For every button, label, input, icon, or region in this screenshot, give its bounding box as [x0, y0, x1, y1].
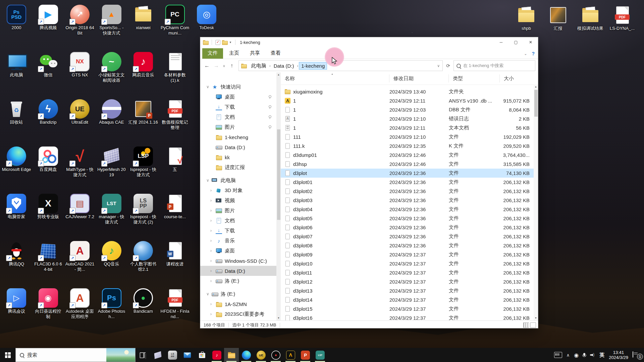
desktop-icon-课程改进[interactable]: W课程改进	[160, 241, 190, 267]
nav-item-kk[interactable]: kk	[200, 152, 281, 162]
up-button[interactable]: ↑	[228, 63, 236, 69]
file-row-d3plot13[interactable]: d3plot132024/3/29 12:37文件206,132 KB	[281, 286, 534, 295]
desktop-icon-MathType - 快捷方式[interactable]: √↗MathType - 快捷方式	[65, 146, 95, 178]
nav-section-此电脑[interactable]: ∨此电脑	[200, 175, 281, 185]
desktop-icon-SportsSo... - 快捷方式[interactable]: ▲↗SportsSo... - 快捷方式	[97, 5, 126, 36]
file-row-d3plot12[interactable]: d3plot122024/3/29 12:37文件206,132 KB	[281, 277, 534, 286]
file-row-d3plot09[interactable]: d3plot092024/3/29 12:37文件206,132 KB	[281, 250, 534, 259]
file-row-d3hsp[interactable]: d3hsp2024/3/29 12:46文件315,585 KB	[281, 160, 534, 169]
file-row-d3plot07[interactable]: d3plot072024/3/29 12:36文件206,132 KB	[281, 232, 534, 241]
desktop-icon-GTS NX[interactable]: NX↗GTS NX	[65, 52, 95, 78]
file-row-d3plot10[interactable]: d3plot102024/3/29 12:37文件206,132 KB	[281, 259, 534, 268]
hidden-icons-chevron[interactable]: ∧	[567, 353, 570, 358]
expander-icon[interactable]: ›	[210, 238, 216, 243]
help-icon[interactable]: ?	[532, 51, 535, 56]
back-button[interactable]: ←	[203, 63, 211, 69]
desktop-icon-向日葵远程控制[interactable]: ◉↗向日葵远程控制	[34, 288, 63, 319]
breadcrumb-separator-icon[interactable]: ›	[297, 64, 299, 68]
desktop-icon-PyCharm Communi...[interactable]: PC↗PyCharm Communi...	[160, 5, 190, 36]
desktop-icon-Bandicam[interactable]: ●↗Bandicam	[128, 288, 158, 314]
chevron-down-icon[interactable]: ∨	[206, 178, 212, 183]
file-row-d3plot16[interactable]: d3plot162024/3/29 12:37文件206,132 KB	[281, 313, 534, 320]
breadcrumb-separator-icon[interactable]: ›	[269, 64, 271, 68]
desktop-icon-Adobe Photosh...[interactable]: Ps↗Adobe Photosh...	[97, 288, 126, 319]
file-row-d3plot[interactable]: d3plot2024/3/29 12:36文件74,130 KB	[281, 169, 534, 178]
taskbar-icon-bandicam[interactable]: ●	[268, 348, 283, 362]
column-header-大小[interactable]: 大小	[500, 74, 538, 82]
start-button[interactable]	[0, 348, 15, 362]
taskbar-icon-file-explorer[interactable]	[224, 348, 239, 362]
desktop-icon-ToDesk[interactable]: ◎ToDesk	[192, 5, 221, 31]
file-row-d3plot15[interactable]: d3plot152024/3/29 12:37文件206,132 KB	[281, 304, 534, 313]
taskbar-icon-ls-prepost[interactable]: LS PP	[165, 348, 180, 362]
file-row-1[interactable]: Λ12024/3/29 12:11ANSYS v190 .db ...915,0…	[281, 96, 534, 105]
taskbar-search-box[interactable]: 搜索	[15, 348, 136, 362]
desktop-icon-电脑管家[interactable]: ↗电脑管家	[2, 194, 31, 220]
expander-icon[interactable]: ›	[210, 268, 216, 273]
nav-section-快速访问[interactable]: ∨★快速访问	[200, 82, 281, 92]
thumbnail-view-icon[interactable]	[530, 322, 536, 328]
microphone-icon[interactable]	[583, 353, 586, 357]
desktop-icon-Isprepost - 快捷方式 (2)[interactable]: LS PP↗Isprepost - 快捷方式 (2)	[128, 194, 158, 225]
file-row-d3dump01[interactable]: d3dump012024/3/29 12:46文件3,764,430...	[281, 150, 534, 160]
touch-keyboard-icon[interactable]	[554, 352, 562, 358]
desktop-icon-Isprepost - 快捷方式[interactable]: LSP↗Isprepost - 快捷方式	[128, 146, 158, 178]
taskbar-icon-task-view[interactable]	[136, 348, 150, 362]
file-row-d3plot05[interactable]: d3plot052024/3/29 12:36文件206,132 KB	[281, 214, 534, 223]
nav-item-Windows-SSD (C:)[interactable]: ›Windows-SSD (C:)	[200, 256, 281, 266]
desktop-icon-腾讯会议[interactable]: ▷↗腾讯会议	[2, 288, 31, 314]
desktop-icon-Abaqus CAE[interactable]: ↗Abaqus CAE	[97, 99, 126, 125]
taskbar-icon-powerpoint[interactable]: P	[298, 348, 313, 362]
file-row-111[interactable]: 1112024/3/29 12:10文件192,029 KB	[281, 132, 534, 141]
file-row-1[interactable]: 12024/3/29 12:10错误日志2 KB	[281, 114, 534, 123]
minimize-button[interactable]: ─	[494, 37, 508, 47]
taskbar-icon-microsoft-store[interactable]	[195, 348, 209, 362]
file-row-d3plot08[interactable]: d3plot082024/3/29 12:36文件206,132 KB	[281, 241, 534, 250]
nav-item-图片[interactable]: ›图片	[200, 205, 281, 216]
desktop-icon-HyperMesh 2019[interactable]: ↗HyperMesh 2019	[97, 146, 126, 178]
desktop-icon-xianwei[interactable]: xianwei	[128, 5, 158, 31]
nav-item-桌面[interactable]: ›桌面	[200, 246, 281, 256]
file-list-scrollbar[interactable]: ▲ ▼	[534, 84, 538, 320]
taskbar-clock[interactable]: 13:41 2024/3/29	[609, 350, 628, 360]
scroll-up-icon[interactable]: ▲	[276, 72, 281, 77]
checkbox-icon[interactable]: ✓	[215, 40, 220, 45]
close-button[interactable]: ✕	[523, 37, 538, 47]
desktop-icon-2000[interactable]: Ps PSD2000	[2, 5, 31, 31]
expander-icon[interactable]: ›	[210, 208, 216, 213]
forward-button[interactable]: →	[212, 63, 220, 69]
taskbar-icon-ultraedit[interactable]: UE	[254, 348, 268, 362]
expander-icon[interactable]: ›	[210, 198, 216, 203]
desktop-icon-百度网盘[interactable]: ↗百度网盘	[34, 146, 63, 172]
desktop-icon-此电脑[interactable]: 此电脑	[2, 52, 31, 78]
file-row-d3plot02[interactable]: d3plot022024/3/29 12:36文件206,132 KB	[281, 187, 534, 196]
file-row-d3plot03[interactable]: d3plot032024/3/29 12:36文件206,132 KB	[281, 196, 534, 205]
desktop-icon-Origin 2018 64Bit[interactable]: ↗↗Origin 2018 64Bit	[65, 5, 95, 36]
explorer-search-box[interactable]: 在 1-kecheng 中搜索	[453, 60, 535, 71]
desktop-icon-剪映专业版[interactable]: X↗剪映专业版	[34, 194, 63, 220]
tab-主页[interactable]: 主页	[224, 48, 245, 59]
file-row-d3plot06[interactable]: d3plot062024/3/29 12:36文件206,132 KB	[281, 223, 534, 232]
nav-item-音乐[interactable]: ›♪音乐	[200, 236, 281, 246]
file-row-1[interactable]: 12024/3/29 12:11文本文档56 KB	[281, 123, 534, 132]
notification-center-button[interactable]: 1	[633, 352, 641, 358]
speaker-icon[interactable]	[590, 353, 595, 357]
desktop-icon-FLAC3D 6.0 64-bit[interactable]: ↗FLAC3D 6.0 64-bit	[34, 241, 63, 272]
ime-indicator[interactable]: 英	[599, 352, 604, 358]
nav-item-下载[interactable]: ›↓下载	[200, 226, 281, 236]
refresh-icon[interactable]: ⟳	[446, 63, 450, 68]
chevron-down-icon[interactable]: ∨	[206, 292, 212, 296]
desktop-icon-微信[interactable]: ↗微信	[34, 52, 63, 78]
nav-item-Data (D:)[interactable]: ›Data (D:)	[200, 266, 281, 276]
taskbar-icon-hypermesh[interactable]	[150, 348, 165, 362]
desktop-icon-LS-DYNA_...[interactable]: PDFLS-DYNA_...	[607, 5, 637, 31]
recent-locations-icon[interactable]: ∨	[222, 64, 226, 68]
desktop-icon-Microsoft Edge[interactable]: ↗Microsoft Edge	[2, 146, 31, 172]
file-row-111.k[interactable]: 111.k2024/3/29 12:35K 文件209,520 KB	[281, 141, 534, 150]
nav-scrollbar[interactable]: ▲ ▼	[276, 72, 281, 320]
breadcrumb-Data (D:)[interactable]: Data (D:)	[271, 62, 297, 70]
file-row-d3plot14[interactable]: d3plot142024/3/29 12:37文件206,132 KB	[281, 295, 534, 304]
nav-item-1A-SZMN[interactable]: ›1A-SZMN	[200, 299, 281, 309]
desktop-icon-manager - 快捷方式[interactable]: LST↗manager - 快捷方式	[97, 194, 126, 225]
chevron-down-icon[interactable]: ∨	[206, 84, 212, 89]
